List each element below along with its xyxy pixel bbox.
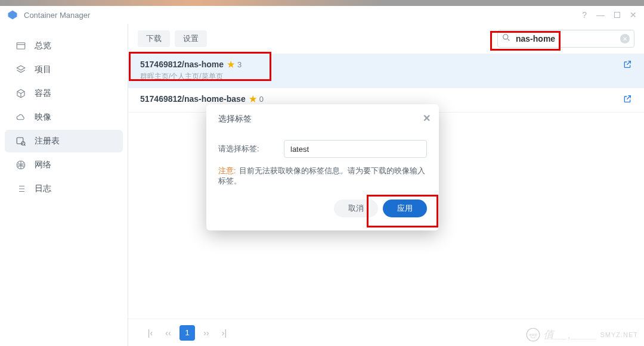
note-prefix: 注意:: [218, 167, 236, 175]
titlebar: Container Manager ? — ✕: [0, 6, 644, 24]
select-tag-dialog: 选择标签 ✕ 请选择标签: 注意:目前无法获取映像的标签信息。请为要下载的映像输…: [206, 104, 439, 230]
sidebar-item-container[interactable]: 容器: [5, 82, 123, 105]
star-icon: ★: [249, 94, 257, 104]
svg-rect-1: [17, 138, 23, 144]
cancel-button[interactable]: 取消: [334, 200, 378, 217]
apply-button[interactable]: 应用: [383, 200, 427, 217]
result-name: 517469812/nas-home-base: [140, 94, 246, 104]
watermark: 值__,____ SMYZ.NET: [525, 327, 638, 342]
svg-point-4: [503, 35, 508, 39]
minimize-icon[interactable]: —: [596, 10, 605, 20]
star-icon: ★: [227, 60, 235, 69]
page-next-icon[interactable]: ››: [200, 328, 213, 338]
download-button[interactable]: 下载: [138, 30, 170, 47]
sidebar-item-project[interactable]: 项目: [5, 58, 123, 81]
dialog-title: 选择标签: [218, 114, 427, 124]
cube-icon: [16, 88, 26, 99]
star-count: 0: [259, 95, 264, 104]
external-link-icon[interactable]: [623, 60, 632, 82]
page-first-icon[interactable]: |‹: [144, 328, 157, 338]
sidebar-item-overview[interactable]: 总览: [5, 35, 123, 57]
sidebar-item-log[interactable]: 日志: [5, 177, 123, 200]
cloud-icon: [16, 112, 26, 123]
app-icon: [7, 10, 18, 20]
result-name: 517469812/nas-home: [140, 60, 224, 69]
app-title: Container Manager: [24, 11, 90, 20]
sidebar-item-label: 项目: [35, 64, 51, 75]
close-icon[interactable]: ✕: [630, 10, 637, 20]
top-strip: [0, 0, 644, 6]
search-wrap: ✕: [497, 30, 634, 48]
tag-input[interactable]: [284, 140, 427, 158]
registry-icon: [16, 136, 26, 146]
sidebar-item-label: 日志: [35, 183, 51, 194]
sidebar-item-registry[interactable]: 注册表: [5, 130, 123, 152]
search-icon: [502, 33, 510, 44]
window-controls: ? — ✕: [582, 10, 637, 20]
sidebar-item-label: 总览: [35, 40, 51, 51]
tag-label: 请选择标签:: [218, 144, 272, 154]
page-current[interactable]: 1: [179, 325, 195, 341]
toolbar: 下载 设置 ✕: [128, 24, 644, 54]
star-count: 3: [237, 60, 242, 69]
settings-button[interactable]: 设置: [175, 30, 207, 47]
svg-rect-0: [17, 43, 25, 49]
sidebar-item-network[interactable]: 网络: [5, 154, 123, 176]
page-prev-icon[interactable]: ‹‹: [162, 328, 175, 338]
sidebar-item-label: 容器: [35, 88, 51, 99]
sidebar: 总览 项目 容器 映像 注册表 网络 日志: [0, 24, 128, 346]
sidebar-item-label: 网络: [35, 160, 51, 170]
clear-icon[interactable]: ✕: [620, 34, 630, 43]
sidebar-item-label: 注册表: [35, 136, 60, 146]
network-icon: [16, 160, 26, 170]
maximize-icon[interactable]: [614, 10, 620, 20]
sidebar-item-label: 映像: [35, 112, 51, 123]
result-desc: 群晖主页/个人主页/菜单页: [140, 71, 623, 82]
external-link-icon[interactable]: [623, 94, 632, 106]
layers-icon: [16, 64, 26, 75]
page-last-icon[interactable]: ›|: [218, 328, 231, 338]
svg-point-5: [527, 328, 540, 341]
list-icon: [16, 183, 26, 194]
dialog-close-icon[interactable]: ✕: [423, 113, 431, 124]
help-icon[interactable]: ?: [582, 10, 587, 20]
result-row[interactable]: 517469812/nas-home ★3 群晖主页/个人主页/菜单页: [128, 54, 644, 88]
search-input[interactable]: [497, 30, 634, 48]
overview-icon: [16, 40, 26, 51]
sidebar-item-image[interactable]: 映像: [5, 106, 123, 129]
dialog-note: 注意:目前无法获取映像的标签信息。请为要下载的映像输入标签。: [218, 166, 427, 186]
note-text: 目前无法获取映像的标签信息。请为要下载的映像输入标签。: [218, 167, 425, 185]
